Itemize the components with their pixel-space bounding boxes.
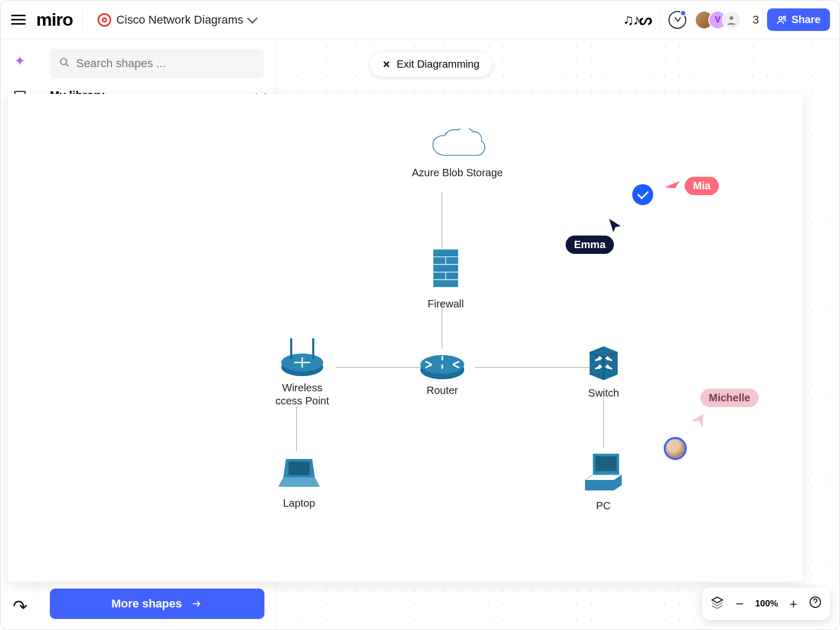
svg-rect-14 — [433, 272, 445, 280]
svg-rect-10 — [433, 249, 459, 257]
search-input[interactable] — [76, 57, 255, 70]
layers-icon[interactable] — [710, 595, 724, 613]
svg-rect-25 — [596, 456, 616, 471]
collaborator-avatar[interactable] — [664, 437, 687, 460]
help-icon[interactable] — [809, 596, 822, 612]
svg-rect-22 — [312, 338, 314, 359]
top-bar: miro Cisco Network Diagrams ♫♪ᔕ V 3 Shar… — [1, 1, 839, 39]
avatar[interactable] — [722, 10, 741, 29]
chevron-down-icon — [247, 13, 258, 24]
connector[interactable] — [336, 367, 427, 368]
node-switch[interactable]: Switch — [584, 344, 623, 399]
zoom-level[interactable]: 100% — [755, 599, 778, 609]
activity-icon[interactable] — [668, 11, 686, 29]
ai-tool[interactable]: ✦ — [8, 49, 32, 73]
svg-point-1 — [779, 16, 782, 19]
zoom-in-button[interactable]: + — [790, 596, 798, 612]
connector[interactable] — [603, 396, 604, 449]
node-router[interactable]: Router — [419, 349, 466, 397]
logo[interactable]: miro — [36, 9, 73, 30]
connector[interactable] — [442, 191, 442, 248]
redo-button[interactable]: ↷ — [13, 596, 27, 617]
zoom-out-button[interactable]: − — [736, 596, 743, 612]
collaborator-cursor-emma: Emma — [566, 236, 614, 254]
cursor-icon — [690, 413, 706, 429]
search-field[interactable] — [50, 49, 264, 78]
board-title-dropdown[interactable]: Cisco Network Diagrams — [92, 10, 261, 30]
svg-rect-12 — [445, 257, 458, 265]
collaborator-cursor-mia: Mia — [685, 177, 719, 195]
node-cloud[interactable]: Azure Blob Storage — [412, 129, 503, 179]
view-controls: − 100% + — [702, 588, 830, 620]
cursor-icon — [607, 218, 623, 233]
more-shapes-button[interactable]: More shapes — [50, 589, 264, 619]
collaborator-cursor-michelle: Michelle — [700, 389, 759, 407]
node-pc[interactable]: PC — [580, 451, 627, 512]
close-icon: ✕ — [382, 59, 390, 70]
svg-rect-23 — [289, 462, 310, 475]
cursor-icon — [664, 180, 680, 195]
node-laptop[interactable]: Laptop — [275, 454, 323, 509]
svg-point-8 — [61, 58, 67, 65]
diagram-frame[interactable] — [8, 94, 803, 582]
svg-point-2 — [783, 16, 785, 18]
connector[interactable] — [296, 407, 297, 451]
search-icon — [59, 57, 70, 70]
share-button[interactable]: Share — [767, 8, 830, 31]
board-title: Cisco Network Diagrams — [116, 13, 243, 27]
svg-rect-16 — [433, 280, 459, 287]
svg-rect-13 — [433, 264, 459, 272]
exit-diagramming-button[interactable]: ✕ Exit Diagramming — [370, 52, 492, 77]
svg-rect-11 — [433, 257, 445, 265]
svg-point-0 — [729, 16, 733, 19]
presence-avatars[interactable]: V — [695, 10, 741, 29]
node-firewall[interactable]: Firewall — [428, 249, 464, 310]
board-icon — [98, 13, 111, 27]
svg-rect-21 — [290, 338, 292, 359]
connector[interactable] — [475, 367, 590, 368]
presence-count: 3 — [752, 13, 759, 27]
svg-rect-15 — [445, 272, 458, 280]
reaction-check-icon[interactable] — [632, 184, 653, 205]
canvas[interactable]: ✕ Exit Diagramming ns Azure Blob Storage… — [275, 39, 839, 629]
menu-icon[interactable] — [10, 12, 27, 28]
music-icon[interactable]: ♫♪ᔕ — [623, 11, 651, 28]
node-wireless-access-point[interactable]: Wireless ccess Point — [275, 333, 329, 407]
